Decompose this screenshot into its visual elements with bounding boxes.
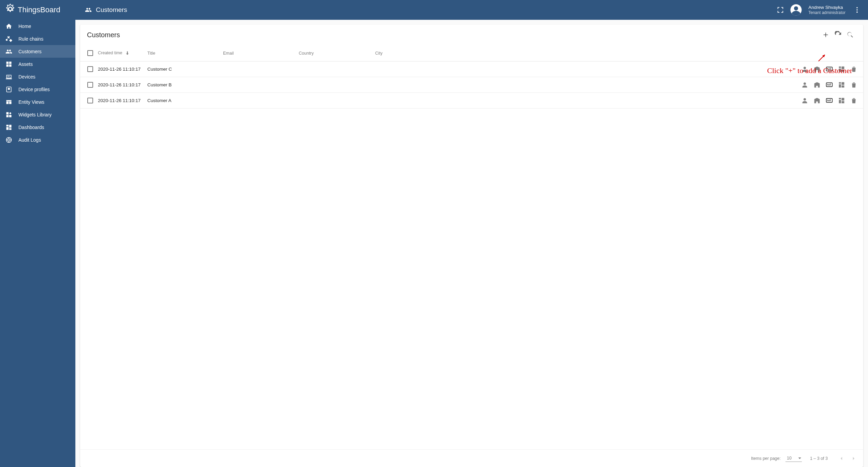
sidebar: ThingsBoard Home Rule chains Customers A… bbox=[0, 0, 75, 467]
table-row[interactable]: 2020-11-26 11:10:17 Customer C bbox=[80, 61, 863, 77]
paginator-range: 1 – 3 of 3 bbox=[810, 456, 828, 461]
row-checkbox[interactable] bbox=[87, 66, 93, 72]
avatar[interactable] bbox=[790, 4, 802, 16]
sidebar-item-assets[interactable]: Assets bbox=[0, 58, 75, 70]
side-nav: Home Rule chains Customers Assets Device… bbox=[0, 20, 75, 146]
gear-icon bbox=[5, 3, 16, 16]
col-created[interactable]: Created time bbox=[98, 51, 147, 56]
fullscreen-button[interactable] bbox=[774, 3, 787, 17]
cell-title: Customer C bbox=[147, 67, 223, 72]
col-city[interactable]: City bbox=[375, 51, 477, 56]
delete-button[interactable] bbox=[848, 95, 859, 106]
device-profiles-icon bbox=[5, 86, 12, 93]
audit-logs-icon bbox=[5, 137, 12, 143]
manage-assets-button[interactable] bbox=[811, 95, 822, 106]
sidebar-item-label: Entity Views bbox=[18, 99, 44, 105]
devices-icon bbox=[5, 73, 12, 80]
col-email[interactable]: Email bbox=[223, 51, 299, 56]
prev-page-button[interactable] bbox=[836, 453, 847, 464]
home-icon bbox=[5, 23, 12, 30]
sidebar-item-label: Assets bbox=[18, 61, 33, 67]
customers-icon bbox=[85, 6, 92, 13]
annotation-callout: Click "+" to add a Customer bbox=[767, 52, 852, 75]
manage-users-button[interactable] bbox=[799, 80, 810, 90]
row-checkbox[interactable] bbox=[87, 82, 93, 88]
paginator: Items per page: 10 1 – 3 of 3 bbox=[80, 449, 863, 467]
sidebar-item-label: Audit Logs bbox=[18, 137, 41, 143]
manage-devices-button[interactable] bbox=[824, 95, 835, 106]
refresh-button[interactable] bbox=[832, 29, 844, 41]
col-country[interactable]: Country bbox=[299, 51, 375, 56]
sidebar-item-label: Widgets Library bbox=[18, 112, 52, 117]
page-size-select[interactable]: 10 bbox=[785, 455, 802, 462]
manage-dashboards-button[interactable] bbox=[836, 80, 847, 90]
assets-icon bbox=[5, 61, 12, 68]
brand-logo[interactable]: ThingsBoard bbox=[0, 0, 75, 20]
sidebar-item-device-profiles[interactable]: Device profiles bbox=[0, 83, 75, 96]
row-checkbox[interactable] bbox=[87, 98, 93, 103]
sidebar-item-label: Home bbox=[18, 24, 31, 29]
sidebar-item-label: Dashboards bbox=[18, 125, 44, 130]
delete-button[interactable] bbox=[848, 80, 859, 90]
manage-users-button[interactable] bbox=[799, 95, 810, 106]
user-block[interactable]: Andrew Shvayka Tenant administrator bbox=[805, 5, 848, 15]
rule-chains-icon bbox=[5, 36, 12, 42]
main: Customers Andrew Shvayka Tenant administ… bbox=[75, 0, 868, 467]
svg-point-13 bbox=[794, 6, 798, 11]
sidebar-item-dashboards[interactable]: Dashboards bbox=[0, 121, 75, 133]
customers-card: Customers Click "+" to add a Customer bbox=[80, 25, 863, 467]
card-title: Customers bbox=[87, 31, 120, 39]
search-button[interactable] bbox=[844, 29, 856, 41]
customers-icon bbox=[5, 48, 12, 55]
table-row[interactable]: 2020-11-26 11:10:17 Customer A bbox=[80, 93, 863, 109]
cell-created: 2020-11-26 11:10:17 bbox=[98, 67, 147, 72]
cell-created: 2020-11-26 11:10:17 bbox=[98, 82, 147, 87]
next-page-button[interactable] bbox=[848, 453, 859, 464]
page-size-value: 10 bbox=[787, 456, 792, 461]
items-per-page-label: Items per page: bbox=[751, 456, 781, 461]
select-all-checkbox[interactable] bbox=[87, 50, 93, 56]
manage-assets-button[interactable] bbox=[811, 80, 822, 90]
annotation-text: Click "+" to add a Customer bbox=[767, 66, 852, 75]
widgets-library-icon bbox=[5, 111, 12, 118]
table-body: 2020-11-26 11:10:17 Customer C 2020-11-2… bbox=[80, 61, 863, 109]
account-circle-icon bbox=[790, 4, 802, 16]
sidebar-item-rule-chains[interactable]: Rule chains bbox=[0, 32, 75, 45]
manage-dashboards-button[interactable] bbox=[836, 95, 847, 106]
sidebar-item-widgets-library[interactable]: Widgets Library bbox=[0, 108, 75, 121]
dashboards-icon bbox=[5, 124, 12, 131]
sidebar-item-audit-logs[interactable]: Audit Logs bbox=[0, 133, 75, 146]
cell-title: Customer A bbox=[147, 98, 223, 103]
sidebar-item-label: Devices bbox=[18, 74, 35, 80]
sidebar-item-label: Customers bbox=[18, 49, 42, 54]
sidebar-item-home[interactable]: Home bbox=[0, 20, 75, 32]
entity-views-icon bbox=[5, 99, 12, 105]
col-title[interactable]: Title bbox=[147, 51, 223, 56]
table-row[interactable]: 2020-11-26 11:10:17 Customer B bbox=[80, 77, 863, 93]
arrow-icon bbox=[816, 52, 828, 66]
sidebar-item-label: Device profiles bbox=[18, 87, 50, 92]
triangle-down-icon bbox=[798, 456, 801, 460]
user-role: Tenant administrator bbox=[808, 10, 845, 15]
add-button[interactable] bbox=[820, 29, 832, 41]
page-breadcrumb: Customers bbox=[85, 6, 127, 14]
topbar: Customers Andrew Shvayka Tenant administ… bbox=[75, 0, 868, 20]
manage-devices-button[interactable] bbox=[824, 80, 835, 90]
sidebar-item-customers[interactable]: Customers bbox=[0, 45, 75, 58]
user-name: Andrew Shvayka bbox=[808, 5, 845, 10]
sort-desc-icon bbox=[123, 51, 130, 55]
cell-title: Customer B bbox=[147, 82, 223, 87]
cell-created: 2020-11-26 11:10:17 bbox=[98, 98, 147, 103]
page-title: Customers bbox=[96, 6, 127, 14]
table-header: Created time Title Email Country City bbox=[80, 45, 863, 61]
more-button[interactable] bbox=[850, 3, 864, 17]
brand-name: ThingsBoard bbox=[18, 5, 60, 14]
sidebar-item-devices[interactable]: Devices bbox=[0, 70, 75, 83]
sidebar-item-label: Rule chains bbox=[18, 36, 43, 42]
sidebar-item-entity-views[interactable]: Entity Views bbox=[0, 96, 75, 108]
